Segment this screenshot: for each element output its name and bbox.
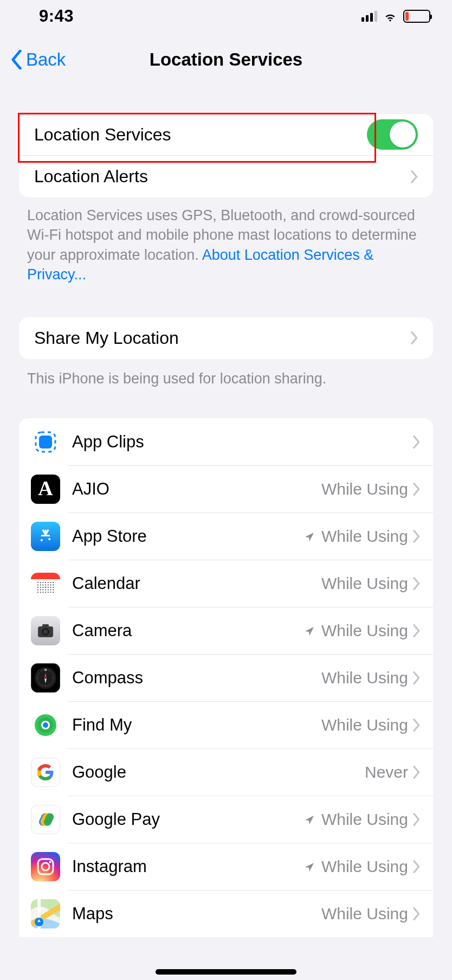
app-status: While Using [321,480,408,498]
row-share-my-location[interactable]: Share My Location [19,317,433,359]
page-title: Location Services [0,49,452,70]
app-row-instagram[interactable]: InstagramWhile Using [19,843,433,890]
chevron-right-icon [412,813,420,826]
chevron-right-icon [412,483,420,496]
section2-footer: This iPhone is being used for location s… [27,369,425,388]
svg-point-36 [53,592,54,593]
svg-point-40 [43,630,48,634]
svg-point-14 [50,584,51,585]
app-name: Compass [72,668,321,688]
svg-text:N: N [44,668,47,671]
location-arrow-icon [304,861,315,872]
svg-point-35 [50,592,51,593]
app-row-camera[interactable]: CameraWhile Using [19,607,433,654]
svg-point-26 [45,589,46,590]
app-status: While Using [321,857,408,876]
location-arrow-icon [304,625,315,636]
battery-icon [403,10,430,23]
location-services-toggle[interactable] [367,119,418,150]
app-name: App Store [72,527,304,546]
calendar-icon [31,569,60,598]
ajio-icon: A [31,475,60,504]
svg-point-24 [40,589,41,590]
svg-point-13 [48,584,49,585]
svg-point-30 [37,592,38,593]
chevron-right-icon [410,331,418,344]
svg-point-34 [48,592,49,593]
svg-point-25 [43,589,44,590]
row-label: Share My Location [34,328,406,348]
svg-point-4 [43,582,44,583]
appclips-icon [31,427,60,457]
location-arrow-icon [304,814,315,825]
status-bar: 9:43 [0,0,452,33]
svg-point-28 [50,589,51,590]
location-arrow-icon [304,531,315,542]
home-indicator [156,969,296,975]
app-row-gpay[interactable]: Google PayWhile Using [19,796,433,843]
svg-point-15 [53,584,54,585]
chevron-right-icon [412,435,420,449]
svg-point-6 [48,582,49,583]
instagram-icon [31,852,60,881]
app-status: While Using [321,574,408,593]
app-row-appclips[interactable]: App Clips [19,418,433,465]
row-location-services-toggle[interactable]: Location Services [19,114,433,156]
app-name: Google [72,763,365,782]
back-label: Back [26,49,66,70]
app-row-ajio[interactable]: AAJIOWhile Using [19,465,433,513]
svg-point-31 [40,592,41,593]
svg-point-17 [40,587,41,588]
app-status: While Using [321,669,408,687]
app-row-appstore[interactable]: App StoreWhile Using [19,513,433,560]
app-name: App Clips [72,432,408,452]
svg-point-2 [37,582,38,583]
app-row-compass[interactable]: NCompassWhile Using [19,654,433,701]
section-share-location: Share My Location [19,317,433,359]
cellular-icon [361,11,377,22]
svg-point-12 [45,584,46,585]
app-status: While Using [321,527,408,546]
chevron-right-icon [410,170,418,183]
svg-point-20 [48,587,49,588]
row-label: Location Alerts [34,166,406,187]
google-icon [31,758,60,787]
chevron-right-icon [412,719,420,732]
svg-point-22 [53,587,54,588]
svg-point-84 [43,722,48,728]
chevron-right-icon [412,577,420,590]
app-row-google[interactable]: GoogleNever [19,748,433,796]
row-location-alerts[interactable]: Location Alerts [19,156,433,197]
svg-point-7 [50,582,51,583]
section-location-services: Location Services Location Alerts [19,114,433,197]
back-button[interactable]: Back [11,49,66,70]
wifi-icon [383,11,398,22]
app-status: While Using [321,622,408,640]
svg-point-8 [53,582,54,583]
app-status: While Using [321,905,408,923]
compass-icon: N [31,663,60,693]
chevron-right-icon [412,907,420,920]
svg-point-19 [45,586,47,588]
chevron-right-icon [412,766,420,779]
status-time: 9:43 [39,7,74,26]
findmy-icon [31,710,60,740]
app-row-calendar[interactable]: CalendarWhile Using [19,560,433,607]
nav-bar: Back Location Services [0,33,452,87]
chevron-left-icon [11,50,23,69]
app-name: Instagram [72,857,304,876]
maps-icon [31,899,60,928]
app-name: Calendar [72,574,321,593]
app-status: While Using [321,810,408,829]
svg-point-18 [43,587,44,588]
svg-point-16 [37,587,38,588]
section-apps: App ClipsAAJIOWhile UsingApp StoreWhile … [19,418,433,937]
app-row-maps[interactable]: MapsWhile Using [19,890,433,937]
svg-point-29 [53,589,54,590]
svg-point-90 [42,863,49,870]
svg-point-9 [37,584,38,585]
app-row-findmy[interactable]: Find MyWhile Using [19,701,433,748]
status-icons [361,10,430,23]
svg-point-5 [45,582,46,583]
svg-point-11 [43,584,44,585]
